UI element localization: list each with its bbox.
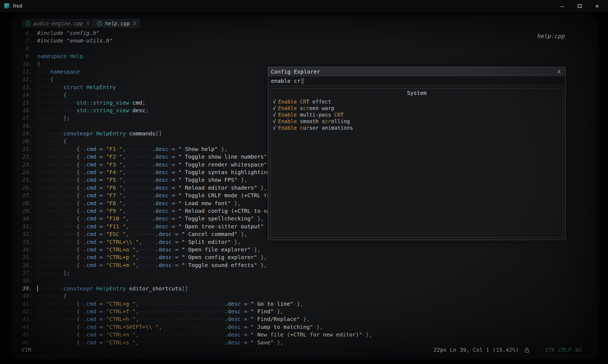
- code-line[interactable]: 35.············{·.cmd·=·"CTRL+p·",·····.…: [15, 253, 594, 261]
- line-text: ············{·.cmd·=·"CTRL+g·",·········…: [37, 300, 303, 308]
- code-line[interactable]: 39.········constexpr·HelpEntry·editor_sh…: [15, 284, 594, 292]
- code-line[interactable]: 37.········};: [15, 269, 594, 277]
- code-line[interactable]: 9.namespace·Help: [15, 52, 594, 60]
- config-explorer-close-button[interactable]: X: [555, 68, 563, 75]
- line-text: ············{·.cmd·=·"F5·",········.desc…: [37, 176, 247, 184]
- item-text: olling: [331, 118, 350, 124]
- line-number: 33.: [15, 238, 32, 246]
- code-line[interactable]: 7.#include·"enum-utils.h": [15, 37, 594, 44]
- line-number: 36.: [15, 261, 32, 269]
- line-number: 42.: [15, 308, 32, 315]
- code-line[interactable]: 41.············{·.cmd·=·"CTRL+g·",······…: [15, 300, 594, 308]
- checkbox-checked-icon: √: [273, 105, 276, 111]
- line-number: 37.: [15, 269, 32, 277]
- close-button[interactable]: ✕: [588, 0, 606, 12]
- code-line[interactable]: 6.#include·"config.h": [15, 29, 594, 37]
- line-number: 30.: [15, 215, 32, 222]
- config-item[interactable]: √Enable smooth scrolling: [273, 118, 563, 125]
- line-number: 44.: [15, 323, 32, 331]
- line-number: 23.: [15, 161, 32, 168]
- tab-help.cpp[interactable]: Chelp.cppX: [94, 19, 140, 28]
- tab-close-icon[interactable]: X: [133, 21, 136, 26]
- minimize-button[interactable]: —: [553, 0, 571, 12]
- window-controls: — ✕: [553, 0, 606, 12]
- config-item[interactable]: √Enable CRT effect: [273, 98, 563, 105]
- line-text: ········{: [37, 137, 67, 145]
- tab-audio-engine.cpp[interactable]: Caudio-engine.cppX: [22, 19, 93, 28]
- config-item[interactable]: √Enable cursor animations: [273, 125, 563, 131]
- line-number: 12.: [15, 75, 32, 83]
- line-number: 16.: [15, 107, 32, 114]
- line-text: ············{·.cmd·=·"CTRL+m·",·····.des…: [37, 261, 267, 269]
- line-text: ············std::string_view·desc;: [37, 107, 149, 114]
- item-text: T: [340, 112, 343, 118]
- line-number: 18.: [15, 122, 32, 130]
- line-number: 8.: [15, 45, 32, 52]
- line-number: 29.: [15, 207, 32, 215]
- config-search-query: enable cr: [271, 78, 300, 84]
- config-item[interactable]: √Enable multi-pass CRT: [273, 111, 563, 118]
- line-number: 13.: [15, 83, 32, 91]
- match-highlight: c: [300, 125, 303, 131]
- maximize-button[interactable]: [571, 0, 588, 12]
- config-section-header: System: [271, 90, 563, 96]
- line-number: 39.: [15, 284, 32, 292]
- line-text: ············{·.cmd·=·"F2·",········.desc…: [37, 153, 277, 160]
- cpp-file-icon: C: [97, 21, 102, 26]
- item-text: multi-pass: [297, 112, 334, 118]
- config-items: √Enable CRT effect√Enable screen warp√En…: [271, 98, 563, 131]
- item-text: sor animations: [309, 125, 353, 131]
- line-number: 21.: [15, 145, 32, 153]
- line-text: #include·"config.h": [37, 29, 100, 37]
- match-highlight: r: [306, 125, 309, 131]
- line-text: ············{·.cmd·=·"CTRL+n·",·········…: [37, 331, 372, 338]
- line-number: 26.: [15, 184, 32, 192]
- line-number: 34.: [15, 246, 32, 253]
- item-text: [297, 125, 300, 131]
- line-text: ········constexpr·HelpEntry·editor_short…: [37, 284, 188, 292]
- tab-close-icon[interactable]: X: [86, 21, 89, 26]
- cursor-position-info: 22px Ln 39, Col 1 (15.42%): [433, 347, 519, 353]
- line-text: {: [37, 60, 40, 68]
- item-text: een warp: [309, 105, 334, 111]
- match-highlight: Enable: [278, 112, 297, 118]
- line-number: 14.: [15, 91, 32, 99]
- line-number: 19.: [15, 130, 32, 137]
- line-text: ········struct·HelpEntry: [37, 83, 116, 91]
- code-line[interactable]: 42.············{·.cmd·=·"CTRL+f·",······…: [15, 308, 594, 315]
- code-line[interactable]: 8.: [15, 45, 594, 52]
- code-line[interactable]: 43.············{·.cmd·=·"CTRL+h·",······…: [15, 315, 594, 323]
- checkbox-checked-icon: √: [273, 125, 276, 131]
- config-search-input[interactable]: enable cr: [268, 76, 565, 86]
- match-highlight: cr: [325, 118, 331, 124]
- config-explorer-titlebar[interactable]: Config Explorer X: [268, 67, 565, 76]
- line-text: ············{·.cmd·=·"CTRL+\\·",····.des…: [37, 238, 241, 246]
- code-line[interactable]: 44.············{·.cmd·=·"CTRL+SHIFT+\\·"…: [15, 323, 594, 331]
- line-number: 28.: [15, 199, 32, 207]
- status-bar: VIM 22px Ln 39, Col 1 (15.42%) STXCRLFWS: [15, 345, 594, 355]
- code-line[interactable]: 45.············{·.cmd·=·"CTRL+n·",······…: [15, 331, 594, 338]
- item-text: [297, 99, 300, 105]
- line-text: ············{·.cmd·=·"F8·",········.desc…: [37, 199, 241, 207]
- window-title: fred: [13, 3, 22, 9]
- line-text: ············{·.cmd·=·"CTRL+f·",·········…: [37, 308, 283, 315]
- config-item[interactable]: √Enable screen warp: [273, 105, 563, 111]
- code-line[interactable]: 38.: [15, 277, 594, 284]
- match-highlight: cr: [303, 105, 309, 111]
- match-highlight: CR: [334, 112, 340, 118]
- maximize-icon: [578, 4, 582, 8]
- code-line[interactable]: 34.············{·.cmd·=·"CTRL+o·",·····.…: [15, 246, 594, 253]
- code-line[interactable]: 40.········{: [15, 292, 594, 300]
- tab-label: help.cpp: [105, 20, 130, 26]
- line-text: ············{·.cmd·=·"CTRL+SHIFT+\\·",··…: [37, 323, 323, 331]
- line-text: ········{: [37, 292, 67, 300]
- cpp-file-icon: C: [25, 21, 31, 26]
- match-highlight: Enable: [278, 125, 297, 131]
- line-text: ············{·.cmd·=·"ESC·",········.des…: [37, 230, 247, 238]
- tab-bar: Caudio-engine.cppXChelp.cppX: [15, 17, 594, 28]
- line-number: 43.: [15, 315, 32, 323]
- code-line[interactable]: 36.············{·.cmd·=·"CTRL+m·",·····.…: [15, 261, 594, 269]
- line-number: 32.: [15, 230, 32, 238]
- app-icon: [4, 3, 10, 9]
- line-number: 22.: [15, 153, 32, 160]
